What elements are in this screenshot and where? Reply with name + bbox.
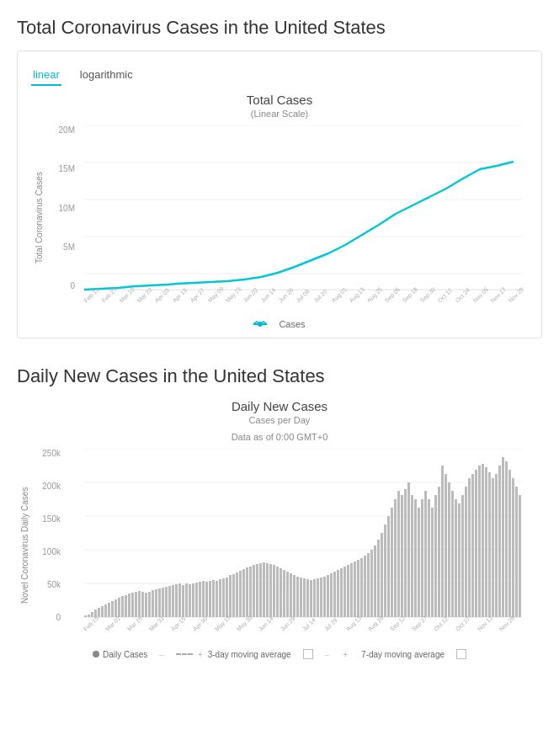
svg-rect-59 — [152, 590, 154, 617]
daily-cases-y-label: Novel Coronavirus Daily Cases — [17, 449, 32, 642]
svg-rect-88 — [249, 567, 252, 617]
tab-logarithmic[interactable]: logarithmic — [78, 65, 135, 86]
svg-rect-125 — [374, 546, 376, 617]
y-label-150k: 150k — [32, 514, 61, 524]
svg-rect-98 — [283, 570, 285, 617]
svg-rect-137 — [414, 499, 417, 617]
svg-rect-164 — [505, 461, 508, 617]
svg-rect-53 — [131, 593, 134, 617]
svg-rect-158 — [485, 467, 487, 617]
y-label-100k: 100k — [32, 547, 61, 556]
svg-rect-68 — [182, 585, 184, 617]
svg-rect-47 — [111, 601, 114, 617]
7day-checkbox-icon[interactable] — [456, 649, 466, 659]
y-label-0-daily: 0 — [32, 613, 61, 622]
svg-rect-100 — [290, 573, 292, 617]
svg-text:Jul 20: Jul 20 — [313, 288, 328, 303]
svg-rect-49 — [118, 598, 120, 617]
daily-cases-svg: Feb 15 Mar 01 Mar 16 Mar 31 Apr 15 Apr 3… — [64, 449, 542, 642]
svg-rect-83 — [232, 574, 235, 617]
svg-rect-75 — [205, 582, 208, 617]
svg-rect-71 — [192, 583, 194, 617]
svg-rect-52 — [128, 594, 130, 617]
svg-rect-132 — [397, 491, 400, 617]
svg-text:Jun 14: Jun 14 — [258, 615, 274, 632]
svg-rect-116 — [343, 567, 346, 617]
svg-rect-161 — [495, 474, 498, 617]
svg-rect-76 — [209, 581, 211, 617]
svg-text:Aug 13: Aug 13 — [349, 286, 366, 304]
svg-rect-84 — [236, 572, 238, 617]
svg-rect-51 — [125, 595, 127, 617]
svg-text:Mar 10: Mar 10 — [119, 286, 136, 303]
svg-rect-70 — [189, 584, 191, 617]
svg-rect-67 — [178, 583, 181, 617]
3day-checkbox-icon[interactable] — [303, 649, 313, 659]
daily-cases-card: Daily New Cases Cases per Day Data as of… — [17, 399, 542, 659]
legend-3day-checkbox[interactable] — [303, 649, 313, 659]
svg-rect-131 — [394, 499, 397, 617]
svg-text:Aug 25: Aug 25 — [366, 286, 384, 304]
legend-line-icon — [253, 320, 274, 328]
svg-rect-133 — [401, 495, 403, 617]
svg-rect-123 — [367, 553, 370, 617]
svg-text:Jul 14: Jul 14 — [301, 617, 317, 632]
svg-rect-135 — [407, 482, 410, 617]
svg-rect-92 — [263, 562, 265, 617]
svg-rect-39 — [84, 615, 87, 617]
svg-rect-103 — [300, 578, 302, 617]
svg-rect-150 — [458, 503, 461, 617]
daily-cases-legend: Daily Cases – + 3-day moving average – +… — [17, 649, 542, 659]
svg-rect-105 — [306, 579, 309, 617]
svg-rect-163 — [502, 457, 504, 617]
total-cases-legend: Cases — [31, 319, 528, 329]
svg-rect-154 — [471, 474, 474, 617]
tab-linear[interactable]: linear — [31, 65, 61, 86]
svg-rect-145 — [441, 466, 444, 617]
svg-rect-115 — [340, 568, 343, 617]
y-label-0: 0 — [46, 281, 75, 290]
total-cases-card: linear logarithmic Total Cases (Linear S… — [17, 51, 542, 338]
svg-rect-45 — [104, 604, 107, 617]
svg-rect-77 — [212, 580, 215, 617]
svg-text:Sep 30: Sep 30 — [419, 286, 437, 304]
svg-rect-104 — [303, 578, 306, 617]
daily-cases-chart-area: 250k 200k 150k 100k 50k 0 — [32, 449, 542, 642]
scale-tabs: linear logarithmic — [31, 65, 528, 86]
svg-rect-153 — [468, 478, 471, 617]
svg-rect-168 — [519, 495, 521, 617]
svg-rect-127 — [381, 533, 383, 617]
y-label-200k: 200k — [32, 482, 61, 491]
y-label-5m: 5M — [46, 242, 75, 252]
svg-rect-73 — [199, 582, 201, 617]
total-cases-chart-container: Total Coronavirus Cases 20M 15M 10M 5M 0 — [31, 125, 528, 311]
legend-3day-avg: + 3-day moving average — [176, 650, 291, 659]
svg-rect-167 — [515, 487, 518, 617]
svg-text:Nov 05: Nov 05 — [472, 286, 490, 304]
svg-rect-146 — [445, 474, 447, 617]
section1-title: Total Coronavirus Cases in the United St… — [17, 17, 542, 39]
svg-rect-136 — [411, 495, 413, 617]
svg-rect-139 — [421, 499, 423, 617]
svg-rect-63 — [165, 587, 168, 617]
svg-rect-57 — [145, 593, 147, 617]
svg-rect-129 — [387, 516, 390, 617]
legend-daily-cases: Daily Cases — [93, 650, 147, 659]
svg-rect-46 — [108, 603, 110, 617]
total-cases-chart-area: 20M 15M 10M 5M 0 — [46, 125, 528, 311]
svg-text:Oct 12: Oct 12 — [433, 615, 450, 632]
svg-rect-162 — [498, 466, 501, 617]
svg-rect-134 — [404, 489, 407, 617]
svg-rect-93 — [266, 563, 269, 617]
svg-rect-141 — [428, 499, 430, 617]
svg-rect-140 — [424, 491, 427, 617]
svg-text:Nov 29: Nov 29 — [508, 286, 525, 304]
legend-7day-checkbox[interactable] — [456, 649, 466, 659]
svg-text:Apr 30: Apr 30 — [192, 615, 209, 632]
legend-3day-label: 3-day moving average — [208, 650, 291, 659]
svg-rect-94 — [269, 564, 272, 617]
svg-rect-56 — [141, 592, 144, 617]
svg-rect-90 — [256, 564, 258, 617]
svg-rect-43 — [98, 608, 100, 617]
legend-7day-avg: 7-day moving average — [361, 650, 445, 659]
